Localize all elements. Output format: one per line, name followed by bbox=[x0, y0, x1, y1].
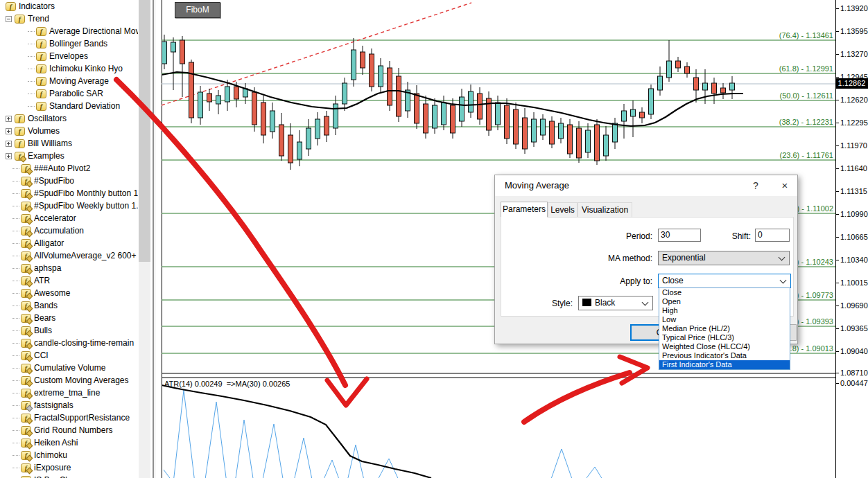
sidebar-item-cci[interactable]: CCI bbox=[0, 349, 138, 362]
sidebar-item-label: Average Directional Mov bbox=[49, 25, 138, 37]
shift-input[interactable]: 0 bbox=[755, 229, 790, 242]
candlestick bbox=[550, 121, 555, 144]
candlestick bbox=[451, 105, 455, 133]
sidebar-item-grid-round-numbers[interactable]: Grid Round Numbers bbox=[0, 424, 138, 436]
candlestick bbox=[342, 83, 347, 104]
scrollbar-thumb[interactable] bbox=[139, 0, 150, 262]
sidebar-item-cumulative-volume[interactable]: Cumulative Volume bbox=[0, 362, 138, 374]
sidebar-item-bears[interactable]: Bears bbox=[0, 312, 138, 324]
sidebar-item-bill-williams[interactable]: Bill Williams bbox=[0, 137, 138, 150]
sidebar-item-custom-moving-averages[interactable]: Custom Moving Averages bbox=[0, 374, 138, 387]
sidebar-item-ichimoku[interactable]: Ichimoku bbox=[0, 449, 138, 461]
style-select[interactable]: Black bbox=[578, 296, 653, 310]
sidebar-item-trend[interactable]: Trend bbox=[0, 12, 138, 25]
candlestick bbox=[415, 94, 419, 123]
indicator-f-icon bbox=[15, 15, 25, 24]
ma-method-select[interactable]: Exponential bbox=[658, 251, 790, 265]
sidebar-item--spudfibo[interactable]: #SpudFibo bbox=[0, 175, 138, 187]
sidebar-item-is-bar-cl[interactable]: IS Bar Cl bbox=[0, 474, 138, 478]
sidebar-item-atr[interactable]: ATR bbox=[0, 274, 138, 287]
tab-parameters[interactable]: Parameters bbox=[501, 202, 548, 218]
shift-label: Shift: bbox=[703, 231, 751, 241]
sidebar-scrollbar[interactable] bbox=[139, 0, 150, 478]
sidebar-item-label: AllVolumeAverage_v2 600+ bbox=[34, 249, 137, 262]
sidebar-item-extreme-tma-line[interactable]: extreme_tma_line bbox=[0, 387, 138, 399]
apply-to-select[interactable]: Close bbox=[658, 274, 791, 288]
sidebar-item-average-directional-mov[interactable]: Average Directional Mov bbox=[0, 25, 138, 37]
help-icon[interactable]: ? bbox=[749, 179, 763, 193]
dropdown-option-low[interactable]: Low bbox=[659, 315, 790, 324]
axis-tick bbox=[836, 123, 839, 123]
sidebar-item-examples[interactable]: Examples bbox=[0, 150, 138, 162]
sidebar-item-bollinger-bands[interactable]: Bollinger Bands bbox=[0, 37, 138, 50]
sidebar-item-aphspa[interactable]: aphspa bbox=[0, 262, 138, 274]
sidebar-item-envelopes[interactable]: Envelopes bbox=[0, 50, 138, 62]
dropdown-option-close[interactable]: Close bbox=[659, 288, 790, 297]
apply-to-dropdown-list[interactable]: CloseOpenHighLowMedian Price (HL/2)Typic… bbox=[659, 287, 790, 370]
tree-connector bbox=[28, 81, 35, 82]
axis-price-label: 1.08710 bbox=[840, 369, 868, 377]
sidebar-item-label: Bulls bbox=[34, 324, 52, 337]
sidebar-item-fractalsupportresistance[interactable]: FractalSupportResistance bbox=[0, 411, 138, 424]
axis-price-label: 1.10015 bbox=[840, 278, 868, 287]
sidebar-item-volumes[interactable]: Volumes bbox=[0, 125, 138, 137]
sidebar-item--auto-pivot2[interactable]: ###Auto Pivot2 bbox=[0, 162, 138, 175]
tree-connector bbox=[12, 256, 19, 256]
dropdown-option-typical-price-hlc-3-[interactable]: Typical Price (HLC/3) bbox=[659, 333, 790, 342]
axis-price-label: 0.00447 bbox=[840, 379, 868, 387]
sidebar-item-alligator[interactable]: Alligator bbox=[0, 237, 138, 249]
sidebar-item--spudfibo-weekly-button-1-0[interactable]: #SpudFibo Weekly button 1.0 bbox=[0, 200, 138, 212]
dropdown-option-previous-indicator-s-data[interactable]: Previous Indicator's Data bbox=[659, 351, 790, 360]
dropdown-option-weighted-close-hlcc-4-[interactable]: Weighted Close (HLCC/4) bbox=[659, 342, 790, 351]
current-price-badge: 1.12862 bbox=[835, 78, 868, 89]
sidebar-item-parabolic-sar[interactable]: Parabolic SAR bbox=[0, 87, 138, 100]
sidebar-item-bands[interactable]: Bands bbox=[0, 299, 138, 312]
sidebar-item-label: #SpudFibo bbox=[34, 175, 74, 187]
candlestick bbox=[604, 135, 609, 156]
fibom-button[interactable]: FiboM bbox=[175, 2, 220, 18]
sidebar-item-awesome[interactable]: Awesome bbox=[0, 287, 138, 299]
dropdown-option-high[interactable]: High bbox=[659, 306, 790, 315]
sidebar-item--spudfibo-monthly-button-1[interactable]: #SpudFibo Monthly button 1 bbox=[0, 187, 138, 200]
navigator-indicator-tree[interactable]: IndicatorsTrendAverage Directional MovBo… bbox=[0, 0, 138, 478]
indicator-f-icon bbox=[21, 276, 31, 285]
dropdown-option-open[interactable]: Open bbox=[659, 297, 790, 306]
expand-icon[interactable] bbox=[6, 153, 12, 159]
sidebar-item-oscillators[interactable]: Oscillators bbox=[0, 112, 138, 125]
dropdown-option-first-indicator-s-data[interactable]: First Indicator's Data bbox=[659, 360, 790, 369]
dropdown-option-median-price-hl-2-[interactable]: Median Price (HL/2) bbox=[659, 324, 790, 333]
close-icon[interactable]: × bbox=[776, 179, 793, 193]
sidebar-item-ichimoku-kinko-hyo[interactable]: Ichimoku Kinko Hyo bbox=[0, 62, 138, 75]
period-input[interactable]: 30 bbox=[658, 229, 701, 242]
sidebar-item-accumulation[interactable]: Accumulation bbox=[0, 224, 138, 237]
sidebar-item-bulls[interactable]: Bulls bbox=[0, 324, 138, 337]
sidebar-item-heiken-ashi[interactable]: Heiken Ashi bbox=[0, 436, 138, 449]
sidebar-item-candle-closing-time-remain[interactable]: candle-closing-time-remain bbox=[0, 337, 138, 349]
panel-splitter[interactable] bbox=[153, 0, 154, 478]
expand-icon[interactable] bbox=[6, 116, 12, 122]
indicator-f-icon bbox=[21, 189, 31, 198]
sidebar-item-label: Bill Williams bbox=[28, 137, 72, 150]
sidebar-item-fastsignals[interactable]: fastsignals bbox=[0, 399, 138, 411]
candlestick bbox=[460, 97, 465, 121]
sidebar-item-allvolumeaverage-v2-600-[interactable]: AllVolumeAverage_v2 600+ bbox=[0, 249, 138, 262]
sidebar-item-accelerator[interactable]: Accelerator bbox=[0, 212, 138, 224]
expand-icon[interactable] bbox=[6, 141, 12, 147]
tab-levels[interactable]: Levels bbox=[548, 202, 578, 218]
collapse-icon[interactable] bbox=[6, 16, 12, 22]
sidebar-item-label: Parabolic SAR bbox=[49, 87, 103, 100]
tab-visualization[interactable]: Visualization bbox=[578, 202, 632, 218]
candlestick bbox=[676, 61, 681, 68]
sidebar-item-indicators[interactable]: Indicators bbox=[0, 0, 138, 12]
sidebar-item-moving-average[interactable]: Moving Average bbox=[0, 75, 138, 87]
sidebar-item-iexposure[interactable]: iExposure bbox=[0, 461, 138, 474]
candlestick bbox=[216, 96, 221, 104]
sidebar-item-label: Awesome bbox=[34, 287, 70, 299]
indicator-f-icon bbox=[21, 314, 31, 323]
indicator-f-icon bbox=[21, 326, 31, 335]
expand-icon[interactable] bbox=[6, 128, 12, 134]
sidebar-item-standard-deviation[interactable]: Standard Deviation bbox=[0, 100, 138, 112]
indicator-f-icon bbox=[21, 214, 31, 223]
sidebar-item-label: candle-closing-time-remain bbox=[34, 337, 134, 349]
sidebar-item-label: IS Bar Cl bbox=[34, 474, 67, 478]
